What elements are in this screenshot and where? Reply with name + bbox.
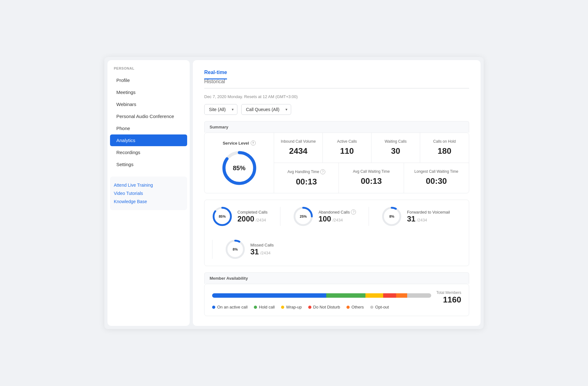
summary-stats-top: Inbound Call Volume2434Active Calls110Wa… <box>274 133 469 163</box>
bar-segment-do-not-disturb <box>383 293 396 298</box>
total-members-label: Total Members <box>436 290 461 295</box>
summary-section-label: Summary <box>204 121 469 133</box>
sidebar-link-live-training[interactable]: Attend Live Training <box>114 181 183 189</box>
service-level-card: Service Level ? 85% <box>205 133 274 193</box>
service-level-info-icon[interactable]: ? <box>251 140 256 146</box>
sidebar-section-label: PERSONAL <box>107 66 190 74</box>
legend-dot <box>281 306 284 309</box>
stat2-longest-call-waiting-time: Longest Call Waiting Time00:30 <box>404 163 469 193</box>
legend-item-hold-call: Hold call <box>254 305 275 309</box>
sidebar-item-profile[interactable]: Profile <box>110 74 187 86</box>
mini-donut-label-missed: 8% <box>233 247 238 251</box>
member-section-label: Member Availability <box>204 272 469 284</box>
call-stat-missed: 8% Missed Calls 31 /2434 <box>225 239 274 259</box>
service-level-value: 85% <box>233 165 245 172</box>
member-section: Total Members 1160 On an active call Hol… <box>204 284 469 316</box>
stat-calls-on-hold: Calls on Hold180 <box>420 133 469 163</box>
sidebar-links: Attend Live TrainingVideo TutorialsKnowl… <box>110 177 187 210</box>
member-bar-row: Total Members 1160 <box>212 290 461 305</box>
member-bar-container: Total Members 1160 On an active call Hol… <box>205 284 469 316</box>
legend-dot <box>254 306 257 309</box>
legend-dot <box>212 306 215 309</box>
sidebar: PERSONAL ProfileMeetingsWebinarsPersonal… <box>107 60 190 326</box>
mini-donut-abandoned: 25% <box>293 206 313 227</box>
legend-label: Wrap-up <box>286 305 302 309</box>
summary-top: Service Level ? 85% Inbound Call Volume2… <box>205 133 469 193</box>
total-members-value: 1160 <box>436 295 461 305</box>
call-stat-total-missed: /2434 <box>260 251 271 255</box>
call-queues-filter-wrapper: Call Queues (All) Queue 1 Queue 2 <box>241 104 291 115</box>
stat2-avg-handling-time: Avg Handling Time ?00:13 <box>274 163 339 193</box>
summary-section: Service Level ? 85% Inbound Call Volume2… <box>204 133 469 193</box>
call-stat-name-voicemail: Forwarded to Voicemail <box>407 210 450 215</box>
legend-dot <box>308 306 311 309</box>
mini-donut-missed: 8% <box>225 239 245 259</box>
mini-donut-voicemail: 8% <box>382 206 402 227</box>
sidebar-item-recordings[interactable]: Recordings <box>110 146 187 158</box>
call-stat-name-completed: Completed Calls <box>237 210 267 215</box>
stat2-avg-call-waiting-time: Avg Call Waiting Time00:13 <box>339 163 404 193</box>
call-queues-filter[interactable]: Call Queues (All) Queue 1 Queue 2 <box>241 104 291 115</box>
legend-item-wrap-up: Wrap-up <box>281 305 302 309</box>
stat-waiting-calls: Waiting Calls30 <box>371 133 420 163</box>
call-stat-completed: 85% Completed Calls 2000 /2434 <box>212 206 267 227</box>
sidebar-item-webinars[interactable]: Webinars <box>110 98 187 110</box>
info-icon[interactable]: ? <box>320 169 325 174</box>
summary-stats-bottom: Avg Handling Time ?00:13Avg Call Waiting… <box>274 163 469 193</box>
bar-segment-hold-call <box>326 293 366 298</box>
call-stat-total-abandoned: /2434 <box>333 218 343 222</box>
site-filter[interactable]: Site (All) Site 1 Site 2 <box>204 104 237 115</box>
sidebar-link-knowledge-base[interactable]: Knowledge Base <box>114 197 183 206</box>
call-divider-3 <box>212 240 212 259</box>
legend-item-opt-out: Opt-out <box>370 305 389 309</box>
legend-label: Others <box>352 305 364 309</box>
call-divider-2 <box>369 207 369 226</box>
service-level-donut: 85% <box>222 151 257 185</box>
call-stat-total-completed: /2434 <box>256 218 266 222</box>
main-content: Real-timeHistorical Dec 7, 2020 Monday. … <box>193 60 481 326</box>
call-stat-name-missed: Missed Calls <box>250 243 274 247</box>
legend-item-do-not-disturb: Do Not Disturb <box>308 305 340 309</box>
total-members-badge: Total Members 1160 <box>436 290 461 305</box>
call-stat-value-voicemail: 31 <box>407 215 415 223</box>
legend-label: Do Not Disturb <box>313 305 340 309</box>
call-stat-abandoned: 25% Abandoned Calls? 100 /2434 <box>293 206 356 227</box>
date-info: Dec 7, 2020 Monday. Resets at 12 AM (GMT… <box>204 94 469 99</box>
call-stat-name-abandoned: Abandoned Calls? <box>318 209 356 215</box>
member-legend: On an active call Hold call Wrap-up Do N… <box>212 305 461 309</box>
legend-item-others: Others <box>346 305 364 309</box>
call-stat-value-abandoned: 100 <box>318 215 331 223</box>
site-filter-wrapper: Site (All) Site 1 Site 2 <box>204 104 237 115</box>
bar-segment-opt-out <box>407 293 431 298</box>
member-availability-bar <box>212 293 431 298</box>
call-stat-total-voicemail: /2434 <box>417 218 427 222</box>
sidebar-item-analytics[interactable]: Analytics <box>110 134 187 146</box>
tab-historical[interactable]: Historical <box>204 79 227 89</box>
sidebar-item-phone[interactable]: Phone <box>110 122 187 134</box>
call-divider-1 <box>280 207 280 226</box>
bar-segment-wrap-up <box>365 293 383 298</box>
tab-realtime[interactable]: Real-time <box>204 70 227 79</box>
bar-segment-others <box>396 293 407 298</box>
mini-donut-completed: 85% <box>212 206 232 227</box>
sidebar-link-video-tutorials[interactable]: Video Tutorials <box>114 189 183 197</box>
legend-item-on-an-active-call: On an active call <box>212 305 248 309</box>
mini-donut-label-abandoned: 25% <box>300 215 307 218</box>
service-level-title: Service Level ? <box>223 140 255 146</box>
stat-active-calls: Active Calls110 <box>323 133 371 163</box>
tabs: Real-timeHistorical <box>204 70 469 89</box>
legend-label: Hold call <box>259 305 275 309</box>
call-stat-voicemail: 8% Forwarded to Voicemail 31 /2434 <box>382 206 450 227</box>
calls-row: 85% Completed Calls 2000 /2434 25% Aband… <box>204 200 469 266</box>
sidebar-item-settings[interactable]: Settings <box>110 159 187 170</box>
sidebar-item-meetings[interactable]: Meetings <box>110 86 187 98</box>
filters: Site (All) Site 1 Site 2 Call Queues (Al… <box>204 104 469 115</box>
stat-inbound-call-volume: Inbound Call Volume2434 <box>274 133 323 163</box>
mini-donut-label-voicemail: 8% <box>389 215 394 218</box>
legend-dot <box>346 306 350 309</box>
info-icon[interactable]: ? <box>351 209 356 215</box>
legend-dot <box>370 306 373 309</box>
mini-donut-label-completed: 85% <box>219 215 226 218</box>
sidebar-item-personal-audio[interactable]: Personal Audio Conference <box>110 110 187 122</box>
call-stat-value-missed: 31 <box>250 247 259 256</box>
